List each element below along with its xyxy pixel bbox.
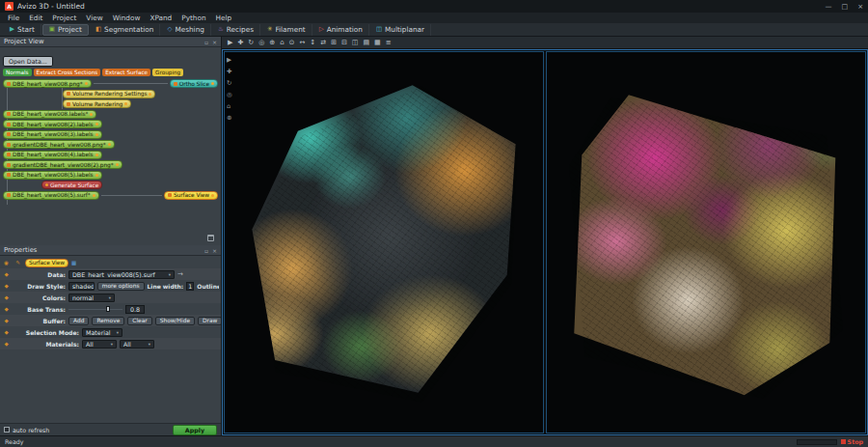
node-labels-5[interactable]: DBE_heart_view008(5).labels bbox=[3, 171, 102, 180]
seek-icon[interactable]: ⊕ bbox=[227, 114, 232, 122]
buffer-add-button[interactable]: Add bbox=[68, 317, 89, 325]
base-trans-input[interactable]: 0.8 bbox=[125, 305, 145, 314]
rotate-icon[interactable]: ↻ bbox=[248, 40, 254, 46]
buffer-draw-button[interactable]: Draw bbox=[198, 317, 221, 325]
pin-icon[interactable]: ◆ bbox=[2, 283, 11, 289]
select-arrow-icon[interactable]: ▶ bbox=[228, 40, 232, 46]
tag-normals[interactable]: Normals bbox=[3, 69, 32, 76]
port-icon[interactable] bbox=[90, 113, 93, 116]
render-3d-volume[interactable] bbox=[548, 74, 864, 418]
port-icon[interactable] bbox=[211, 82, 214, 85]
node-volume-rendering[interactable]: Volume Rendering bbox=[63, 99, 131, 108]
node-surf-data[interactable]: DBE_heart_view008(5).surf* bbox=[3, 191, 99, 200]
panel-float-icon[interactable]: ▫ bbox=[204, 39, 208, 45]
tab-multiplanar[interactable]: ◫Multiplanar bbox=[370, 24, 431, 36]
viewer-right[interactable] bbox=[546, 51, 866, 433]
node-labels-2[interactable]: DBE_heart_view008(2).labels bbox=[3, 120, 102, 128]
port-icon[interactable] bbox=[124, 102, 127, 105]
pin-icon[interactable]: ◆ bbox=[2, 306, 11, 312]
materials-combo-2[interactable]: All▾ bbox=[120, 340, 154, 349]
measure-icon[interactable]: ⊟ bbox=[341, 40, 347, 46]
port-icon[interactable] bbox=[211, 194, 214, 197]
viewer-menu-icon[interactable]: ≡ bbox=[386, 40, 392, 46]
rotate-icon[interactable]: ↻ bbox=[227, 79, 232, 87]
port-icon[interactable] bbox=[95, 133, 98, 136]
home-icon[interactable]: ⌂ bbox=[227, 102, 232, 110]
apply-button[interactable]: Apply bbox=[173, 425, 217, 435]
materials-combo-1[interactable]: All▾ bbox=[82, 340, 117, 349]
view-all-icon[interactable]: ↔ bbox=[299, 40, 305, 46]
pin-icon[interactable]: ◆ bbox=[2, 341, 11, 347]
menu-python[interactable]: Python bbox=[176, 14, 210, 22]
node-generate-surface[interactable]: Generate Surface bbox=[41, 181, 102, 189]
buffer-showhide-button[interactable]: Show/Hide bbox=[155, 317, 195, 325]
module-pill-surface-view[interactable]: Surface View bbox=[25, 259, 68, 267]
tab-project[interactable]: ▣Project bbox=[42, 24, 89, 36]
stop-button[interactable]: Stop bbox=[841, 438, 863, 445]
stereo-icon[interactable]: ◫ bbox=[352, 40, 359, 46]
port-icon[interactable] bbox=[93, 194, 95, 197]
colormap-icon[interactable]: ▦ bbox=[71, 260, 76, 265]
selection-mode-combo[interactable]: Material▾ bbox=[82, 328, 122, 337]
port-icon[interactable] bbox=[95, 174, 98, 177]
slider-thumb[interactable] bbox=[106, 306, 110, 312]
pin-icon[interactable]: ◆ bbox=[2, 271, 11, 277]
node-ortho-slice[interactable]: Ortho Slice bbox=[170, 79, 218, 88]
colors-combo[interactable]: normal▾ bbox=[68, 293, 115, 302]
camera-swap-icon[interactable]: ⇄ bbox=[320, 40, 326, 46]
menu-file[interactable]: File bbox=[3, 14, 24, 22]
tag-extract-surface[interactable]: Extract Surface bbox=[102, 69, 150, 76]
tab-segmentation[interactable]: ◧Segmentation bbox=[90, 24, 160, 36]
layout-quad-icon[interactable]: ▦ bbox=[374, 40, 381, 46]
tab-start[interactable]: ▶Start bbox=[4, 24, 41, 36]
trash-icon[interactable] bbox=[207, 235, 214, 241]
tag-grouping[interactable]: Grouping bbox=[152, 69, 183, 76]
tab-recipes[interactable]: ♨Recipes bbox=[212, 24, 260, 36]
tag-extract-cross-sections[interactable]: Extract Cross Sections bbox=[34, 69, 101, 76]
node-gradient-png-1[interactable]: gradientDBE_heart_view008.png* bbox=[3, 140, 115, 149]
node-labels-3[interactable]: DBE_heart_view008(3).labels bbox=[3, 130, 102, 139]
seek-icon[interactable]: ⊕ bbox=[269, 40, 275, 46]
minimize-button[interactable]: — bbox=[826, 3, 832, 11]
home-icon[interactable]: ⌂ bbox=[280, 40, 284, 46]
node-surface-view[interactable]: Surface View bbox=[164, 191, 218, 200]
panel-close-icon[interactable]: × bbox=[212, 247, 217, 254]
translate-icon[interactable]: ✚ bbox=[237, 40, 243, 46]
port-icon[interactable] bbox=[116, 163, 119, 166]
close-button[interactable]: × bbox=[857, 3, 863, 11]
pin-icon[interactable]: ◆ bbox=[2, 318, 11, 323]
draw-style-combo[interactable]: shaded▾ bbox=[68, 282, 95, 291]
view-axis-icon[interactable]: ↕ bbox=[310, 40, 315, 46]
menu-project[interactable]: Project bbox=[47, 14, 81, 22]
set-home-icon[interactable]: ⊙ bbox=[289, 40, 295, 46]
line-width-input[interactable]: 1 bbox=[186, 282, 194, 291]
select-arrow-icon[interactable]: ▶ bbox=[227, 56, 232, 64]
port-icon[interactable] bbox=[95, 154, 98, 156]
maximize-button[interactable]: □ bbox=[842, 3, 849, 11]
node-data-png[interactable]: DBE_heart_view008.png* bbox=[3, 79, 92, 88]
more-options-button[interactable]: more options bbox=[97, 282, 145, 291]
panel-close-icon[interactable]: × bbox=[212, 39, 217, 45]
buffer-clear-button[interactable]: Clear bbox=[127, 317, 151, 325]
port-icon[interactable] bbox=[108, 143, 111, 146]
node-labels-4[interactable]: DBE_heart_view008(4).labels bbox=[3, 151, 102, 159]
menu-edit[interactable]: Edit bbox=[24, 14, 47, 22]
node-volume-rendering-settings[interactable]: Volume Rendering Settings bbox=[63, 90, 155, 98]
base-trans-slider[interactable] bbox=[68, 305, 122, 313]
render-3d-surface[interactable] bbox=[241, 79, 528, 406]
pin-icon[interactable]: ◆ bbox=[2, 294, 11, 300]
data-combo[interactable]: DBE_heart_view008(5).surf▾ bbox=[68, 270, 175, 279]
open-data-button[interactable]: Open Data... bbox=[3, 56, 53, 67]
menu-view[interactable]: View bbox=[81, 14, 107, 22]
port-icon[interactable] bbox=[45, 183, 48, 186]
node-labels-1[interactable]: DBE_heart_view008.labels* bbox=[3, 110, 96, 119]
layout-single-icon[interactable]: ▤ bbox=[363, 40, 369, 46]
node-gradient-png-2[interactable]: gradientDBE_heart_view008(2).png* bbox=[3, 160, 122, 169]
port-icon[interactable] bbox=[95, 123, 98, 126]
viewer-left[interactable]: ▶ ✚ ↻ ◎ ⌂ ⊕ bbox=[224, 51, 544, 433]
zoom-icon[interactable]: ◎ bbox=[258, 40, 264, 46]
tab-animation[interactable]: ▷Animation bbox=[313, 24, 369, 36]
tab-meshing[interactable]: ◇Meshing bbox=[161, 24, 211, 36]
buffer-remove-button[interactable]: Remove bbox=[92, 317, 124, 325]
menu-xpand[interactable]: XPand bbox=[145, 14, 176, 22]
